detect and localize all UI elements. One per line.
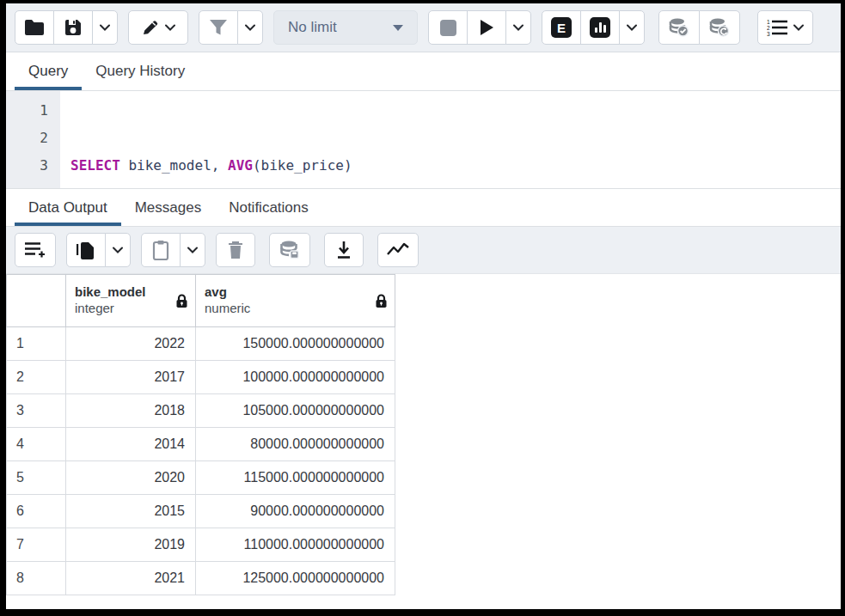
table-row: 4 2014 80000.000000000000 xyxy=(7,428,395,461)
edit-dropdown-button[interactable] xyxy=(128,10,188,45)
download-icon xyxy=(336,241,352,259)
paste-options-dropdown[interactable] xyxy=(180,233,205,267)
copy-options-dropdown[interactable] xyxy=(105,233,131,267)
save-options-dropdown[interactable] xyxy=(92,10,118,45)
table-row: 8 2021 125000.000000000000 xyxy=(7,562,395,595)
row-number-cell[interactable]: 7 xyxy=(7,528,66,562)
filter-options-dropdown[interactable] xyxy=(237,10,263,45)
column-name: bike_model xyxy=(75,284,146,301)
select-arrow-icon xyxy=(393,25,403,31)
save-data-changes-button[interactable] xyxy=(269,233,310,267)
chevron-down-icon xyxy=(100,24,110,31)
avg-cell[interactable]: 110000.000000000000 xyxy=(196,528,395,562)
column-name: avg xyxy=(205,284,250,301)
copy-icon xyxy=(77,240,95,260)
trash-icon xyxy=(228,241,243,259)
sql-text: bike_model, xyxy=(120,157,228,174)
commit-database-icon xyxy=(668,17,690,38)
bike-model-cell[interactable]: 2020 xyxy=(66,461,196,495)
bike-model-cell[interactable]: 2014 xyxy=(66,428,196,461)
open-file-button[interactable] xyxy=(15,10,54,45)
paste-button[interactable] xyxy=(141,233,181,267)
bike-model-cell[interactable]: 2021 xyxy=(66,562,196,595)
row-number-cell[interactable]: 3 xyxy=(7,394,66,428)
copy-button[interactable] xyxy=(66,233,106,267)
svg-text:3: 3 xyxy=(767,31,770,37)
query-tool-window: No limit E xyxy=(0,0,845,616)
svg-text:1: 1 xyxy=(767,19,770,25)
graph-visualiser-button[interactable] xyxy=(377,233,419,267)
row-number-header[interactable] xyxy=(7,275,66,327)
lock-icon xyxy=(375,294,388,308)
chevron-down-icon xyxy=(245,24,255,31)
execute-options-dropdown[interactable] xyxy=(505,10,531,45)
line-number: 1 xyxy=(6,97,48,125)
avg-cell[interactable]: 150000.000000000000 xyxy=(196,327,395,361)
explain-analyze-button[interactable] xyxy=(580,10,620,45)
delete-row-button[interactable] xyxy=(216,233,255,267)
row-number-cell[interactable]: 5 xyxy=(7,461,66,495)
commit-button[interactable] xyxy=(658,10,700,45)
bike-model-cell[interactable]: 2017 xyxy=(66,361,196,394)
data-output-panel: bike_model integer avg nume xyxy=(6,274,841,609)
svg-text:2: 2 xyxy=(767,25,770,31)
sql-code[interactable]: SELECT bike_model, AVG(bike_price) FROM … xyxy=(60,91,352,188)
bike-model-cell[interactable]: 2019 xyxy=(66,528,196,562)
table-row: 2 2017 100000.000000000000 xyxy=(7,361,395,394)
add-row-button[interactable] xyxy=(15,233,56,267)
row-number-cell[interactable]: 1 xyxy=(7,327,66,361)
row-number-cell[interactable]: 2 xyxy=(7,361,66,394)
bike-model-cell[interactable]: 2015 xyxy=(66,495,196,528)
bike-model-cell[interactable]: 2022 xyxy=(66,327,196,361)
row-number-cell[interactable]: 4 xyxy=(7,428,66,461)
column-header-avg[interactable]: avg numeric xyxy=(196,275,395,327)
avg-cell[interactable]: 125000.000000000000 xyxy=(196,562,395,595)
table-row: 5 2020 115000.000000000000 xyxy=(7,461,395,495)
explain-button[interactable]: E xyxy=(542,10,581,45)
sql-line: SELECT bike_model, AVG(bike_price) xyxy=(70,152,352,180)
filter-funnel-icon xyxy=(209,19,228,36)
tab-messages[interactable]: Messages xyxy=(121,189,215,226)
cancel-query-button[interactable] xyxy=(428,10,468,45)
tab-data-output[interactable]: Data Output xyxy=(15,189,121,226)
download-results-button[interactable] xyxy=(324,233,364,267)
line-number-gutter: 1 2 3 xyxy=(6,91,60,188)
line-number: 2 xyxy=(6,125,48,152)
output-tab-bar: Data Output Messages Notifications xyxy=(6,189,841,227)
avg-cell[interactable]: 105000.000000000000 xyxy=(196,394,395,428)
lock-icon xyxy=(175,294,188,308)
row-limit-select[interactable]: No limit xyxy=(273,10,418,45)
sql-keyword: SELECT xyxy=(70,157,120,174)
execute-query-button[interactable] xyxy=(467,10,506,45)
save-data-database-icon xyxy=(279,240,301,260)
line-number: 3 xyxy=(6,152,48,180)
tab-query[interactable]: Query xyxy=(15,52,82,90)
table-row: 6 2015 90000.000000000000 xyxy=(7,495,395,528)
chevron-down-icon xyxy=(113,247,123,253)
explain-analyze-icon xyxy=(590,17,610,38)
tab-query-history[interactable]: Query History xyxy=(82,52,199,90)
avg-cell[interactable]: 80000.000000000000 xyxy=(196,428,395,461)
avg-cell[interactable]: 100000.000000000000 xyxy=(196,361,395,394)
avg-cell[interactable]: 115000.000000000000 xyxy=(196,461,395,495)
explain-options-dropdown[interactable] xyxy=(619,10,645,45)
chevron-down-icon xyxy=(165,24,175,31)
explain-icon: E xyxy=(551,17,572,38)
clipboard-icon xyxy=(152,240,169,260)
sql-editor[interactable]: 1 2 3 SELECT bike_model, AVG(bike_price)… xyxy=(6,91,841,189)
column-header-bike-model[interactable]: bike_model integer xyxy=(66,275,196,327)
bike-model-cell[interactable]: 2018 xyxy=(66,394,196,428)
numbered-list-icon: 123 xyxy=(767,18,789,37)
rollback-button[interactable] xyxy=(699,10,740,45)
chevron-down-icon xyxy=(627,24,637,31)
filter-button[interactable] xyxy=(199,10,238,45)
stop-icon xyxy=(440,20,456,36)
macros-button[interactable]: 123 xyxy=(757,10,813,45)
tab-notifications[interactable]: Notifications xyxy=(215,189,322,226)
row-number-cell[interactable]: 8 xyxy=(7,562,66,595)
column-type: numeric xyxy=(205,301,250,317)
row-number-cell[interactable]: 6 xyxy=(7,495,66,528)
avg-cell[interactable]: 90000.000000000000 xyxy=(196,495,395,528)
table-row: 7 2019 110000.000000000000 xyxy=(7,528,395,562)
save-file-button[interactable] xyxy=(53,10,93,45)
